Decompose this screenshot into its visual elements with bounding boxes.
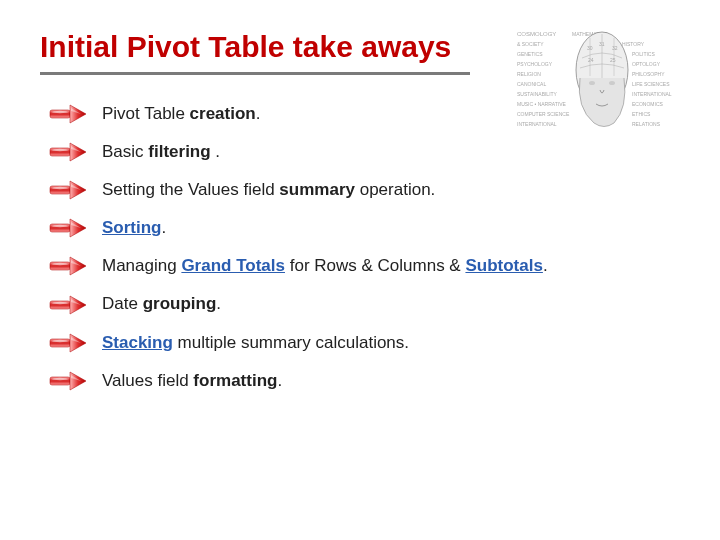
svg-marker-41 (70, 219, 86, 237)
svg-text:OPTOLOGY: OPTOLOGY (632, 61, 661, 67)
svg-text:LIFE SCIENCES: LIFE SCIENCES (632, 81, 670, 87)
svg-text:GENETICS: GENETICS (517, 51, 543, 57)
svg-text:25: 25 (610, 57, 616, 63)
svg-text:ETHICS: ETHICS (632, 111, 651, 117)
svg-text:30: 30 (587, 45, 593, 51)
phrenology-head-illustration: COSMOLOGY MATHEMATICS & SOCIETY HISTORY … (512, 22, 692, 152)
svg-marker-45 (70, 257, 86, 275)
svg-point-21 (589, 81, 595, 85)
svg-text:CANONICAL: CANONICAL (517, 81, 546, 87)
bullet-item: Stacking multiple summary calculations. (48, 332, 680, 354)
bullet-item: Sorting. (48, 217, 680, 239)
svg-text:HISTORY: HISTORY (622, 41, 645, 47)
bullet-text: Values field formatting. (102, 370, 282, 392)
arrow-right-icon (48, 370, 88, 392)
arrow-right-icon (48, 217, 88, 239)
svg-text:MUSIC • NARRATIVE: MUSIC • NARRATIVE (517, 101, 567, 107)
arrow-right-icon (48, 103, 88, 125)
bullet-item: Values field formatting. (48, 370, 680, 392)
bullet-item: Date grouping. (48, 293, 680, 315)
svg-text:RELATIONS: RELATIONS (632, 121, 661, 127)
svg-text:24: 24 (588, 57, 594, 63)
svg-text:INTERNATIONAL: INTERNATIONAL (632, 91, 672, 97)
arrow-right-icon (48, 255, 88, 277)
bullet-text: Date grouping. (102, 293, 221, 315)
svg-text:POLITICS: POLITICS (632, 51, 655, 57)
arrow-right-icon (48, 141, 88, 163)
arrow-right-icon (48, 294, 88, 316)
svg-point-30 (52, 111, 68, 113)
svg-text:& SOCIETY: & SOCIETY (517, 41, 544, 47)
svg-point-58 (52, 378, 68, 380)
bullet-text: Sorting. (102, 217, 166, 239)
svg-text:INTERNATIONAL: INTERNATIONAL (517, 121, 557, 127)
bullet-item: Managing Grand Totals for Rows & Columns… (48, 255, 680, 277)
svg-point-42 (52, 225, 68, 227)
svg-marker-29 (70, 105, 86, 123)
bullet-text: Managing Grand Totals for Rows & Columns… (102, 255, 548, 277)
arrow-right-icon (48, 179, 88, 201)
svg-marker-37 (70, 181, 86, 199)
svg-point-46 (52, 263, 68, 265)
svg-marker-57 (70, 372, 86, 390)
bullet-text: Basic filtering . (102, 141, 220, 163)
svg-point-54 (52, 339, 68, 341)
svg-text:COMPUTER SCIENCE: COMPUTER SCIENCE (517, 111, 570, 117)
bullet-text: Pivot Table creation. (102, 103, 260, 125)
svg-point-50 (52, 301, 68, 303)
svg-text:SUSTAINABILITY: SUSTAINABILITY (517, 91, 558, 97)
svg-text:COSMOLOGY: COSMOLOGY (517, 31, 556, 37)
svg-point-38 (52, 187, 68, 189)
svg-point-22 (609, 81, 615, 85)
svg-text:31: 31 (599, 41, 605, 47)
svg-text:PSYCHOLOGY: PSYCHOLOGY (517, 61, 553, 67)
svg-text:ECONOMICS: ECONOMICS (632, 101, 664, 107)
svg-text:32: 32 (612, 45, 618, 51)
svg-point-34 (52, 149, 68, 151)
bullet-item: Setting the Values field summary operati… (48, 179, 680, 201)
svg-text:RELIGION: RELIGION (517, 71, 541, 77)
bullet-text: Stacking multiple summary calculations. (102, 332, 409, 354)
title-underline (40, 72, 470, 75)
bullet-text: Setting the Values field summary operati… (102, 179, 435, 201)
svg-text:PHILOSOPHY: PHILOSOPHY (632, 71, 665, 77)
svg-marker-33 (70, 143, 86, 161)
svg-marker-49 (70, 296, 86, 314)
slide: COSMOLOGY MATHEMATICS & SOCIETY HISTORY … (0, 0, 720, 392)
svg-marker-53 (70, 334, 86, 352)
arrow-right-icon (48, 332, 88, 354)
